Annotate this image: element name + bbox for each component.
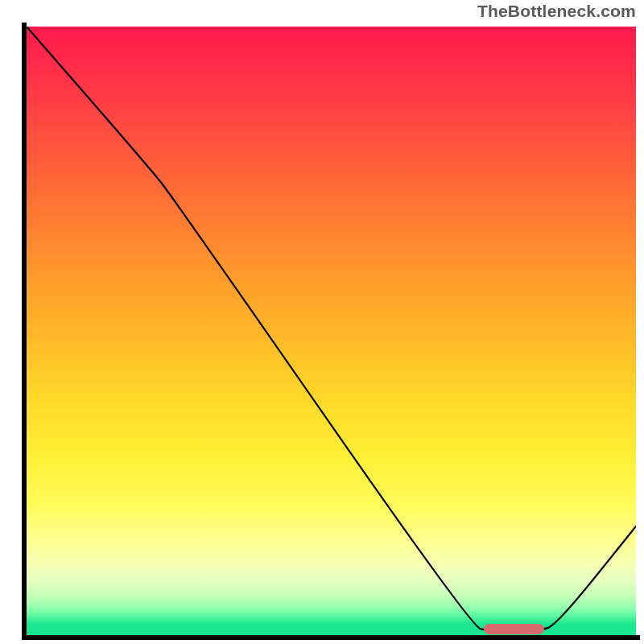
attribution-text: TheBottleneck.com [477,2,636,21]
curve-layer [27,27,636,636]
plot-area [27,27,636,636]
y-axis [22,23,27,640]
x-axis [22,635,640,640]
optimal-range-marker [484,624,545,634]
bottleneck-curve [27,27,636,631]
